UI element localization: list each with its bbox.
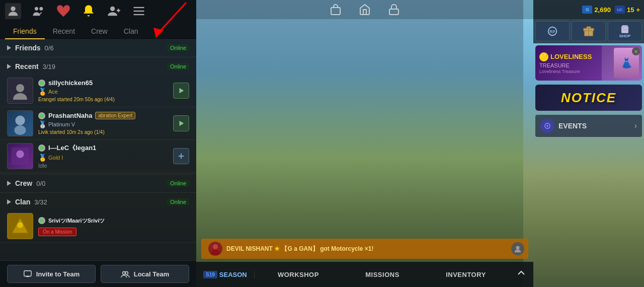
svg-point-6 xyxy=(39,7,43,11)
bell-icon[interactable] xyxy=(80,3,97,19)
svg-rect-28 xyxy=(24,271,31,276)
crew-section-header[interactable]: Crew 0/0 Online xyxy=(0,175,196,191)
banner-title: LOVELINESS xyxy=(550,53,592,60)
gift-button[interactable] xyxy=(572,21,606,41)
list-item: PrashantNaha abration Expert 🥈 Platinum … xyxy=(0,107,196,140)
tab-bar: Friends Recent Crew Clan xyxy=(0,22,196,40)
game-bottom-bar: S19 SEASON WORKSHOP MISSIONS INVENTORY xyxy=(196,262,533,287)
list-item: sillychicken65 🏅 Ace Erangel started 20m… xyxy=(0,75,196,107)
friends-section-header[interactable]: Friends 0/6 Online xyxy=(0,40,196,56)
menu-icon[interactable] xyxy=(131,3,147,19)
notice-label: NOTICE xyxy=(561,90,616,106)
person-add-icon[interactable] xyxy=(106,3,122,19)
home-icon[interactable] xyxy=(358,3,372,17)
add-button[interactable] xyxy=(173,148,189,164)
divider-1 xyxy=(0,57,196,57)
recent-expand-icon xyxy=(7,64,11,69)
loveliness-banner[interactable]: 💛 LOVELINESS TREASURE Loveliness Treasur… xyxy=(535,45,642,81)
profile-icon[interactable] xyxy=(5,3,21,19)
svg-marker-19 xyxy=(180,121,184,126)
events-row[interactable]: EVENTS › xyxy=(535,115,642,137)
avatar xyxy=(7,78,33,104)
svg-point-41 xyxy=(213,244,218,249)
svg-rect-0 xyxy=(331,8,340,15)
clan-section-header[interactable]: Clan 3/32 Online xyxy=(0,194,196,210)
clan-member-info: Sriviツ/MaariツSriviツ On a Mission xyxy=(38,217,189,236)
tab-clan[interactable]: Clan xyxy=(116,24,146,39)
friends-expand-icon xyxy=(7,45,11,50)
friend-name: sillychicken65 xyxy=(48,79,93,87)
missions-nav-item[interactable]: MISSIONS xyxy=(360,271,405,278)
player-status-icon xyxy=(38,217,45,224)
banner-close-icon[interactable]: ✕ xyxy=(632,47,640,55)
uc-value: 15 xyxy=(627,6,634,14)
svg-text:RP: RP xyxy=(549,30,555,34)
uc-currency: UC 15 + xyxy=(615,6,640,14)
status-text: Livik started 10m 2s ago (1/4) xyxy=(38,129,168,135)
local-team-button[interactable]: Local Team xyxy=(101,265,189,283)
player-status-icon xyxy=(38,80,45,87)
svg-point-14 xyxy=(40,81,44,85)
play-button[interactable] xyxy=(173,83,189,99)
svg-point-16 xyxy=(15,116,25,125)
heart-icon[interactable] xyxy=(55,3,71,19)
svg-point-4 xyxy=(11,7,15,11)
avatar xyxy=(7,110,33,136)
status-text: Erangel started 20m 50s ago (4/4) xyxy=(38,97,168,102)
svg-point-21 xyxy=(16,150,24,158)
rank-badge: 🏅 Ace xyxy=(38,88,168,96)
expert-badge: abration Expert xyxy=(95,112,135,119)
bag-icon[interactable] xyxy=(329,3,343,17)
friends-online-badge: Online xyxy=(167,44,189,51)
clan-online-badge: Online xyxy=(167,198,189,205)
invite-team-label: Invite to Team xyxy=(36,270,79,278)
bottom-nav-items: WORKSHOP MISSIONS INVENTORY xyxy=(255,271,509,278)
notif-icon1: ★ xyxy=(274,245,280,252)
play-button[interactable] xyxy=(173,115,189,131)
svg-point-18 xyxy=(40,114,44,118)
notif-avatar-small xyxy=(511,242,524,255)
recent-section-header[interactable]: Recent 3/19 Online xyxy=(0,58,196,75)
notice-banner[interactable]: NOTICE xyxy=(535,85,642,111)
svg-point-22 xyxy=(40,146,44,150)
season-badge[interactable]: S19 SEASON xyxy=(196,271,255,278)
uc-icon: UC xyxy=(615,6,625,14)
rank-text: Ace xyxy=(48,89,58,95)
currency-bar: G 2,690 UC 15 + xyxy=(533,0,644,19)
rp-button[interactable]: RP xyxy=(535,21,570,41)
invite-team-button[interactable]: Invite to Team xyxy=(7,265,96,283)
svg-marker-15 xyxy=(180,88,184,94)
workshop-nav-item[interactable]: WORKSHOP xyxy=(273,271,324,278)
friends-icon[interactable] xyxy=(30,3,46,19)
notif-player-icon xyxy=(208,242,222,256)
events-icon xyxy=(540,119,554,133)
expand-icon[interactable] xyxy=(509,268,533,280)
inventory-nav-item[interactable]: INVENTORY xyxy=(441,271,491,278)
list-item: Sriviツ/MaariツSriviツ On a Mission xyxy=(0,210,196,243)
svg-point-40 xyxy=(546,125,548,127)
tab-crew[interactable]: Crew xyxy=(83,24,116,39)
svg-point-32 xyxy=(125,272,128,274)
bottom-action-bar: Invite to Team Local Team xyxy=(0,260,196,287)
chevron-right-icon: › xyxy=(634,121,637,130)
bp-value: 2,690 xyxy=(594,6,611,14)
friend-name: PrashantNaha xyxy=(48,112,92,119)
shop-button[interactable]: SHOP xyxy=(608,21,642,41)
recent-count: 3/19 xyxy=(43,63,55,70)
quick-actions-bar: RP SHOP xyxy=(533,19,644,43)
top-nav-bar xyxy=(0,0,196,22)
svg-point-13 xyxy=(16,84,24,92)
right-panel: G 2,690 UC 15 + RP xyxy=(533,0,644,287)
crew-online-badge: Online xyxy=(167,180,189,187)
center-top-icons xyxy=(196,0,533,19)
lock-icon[interactable] xyxy=(387,3,401,17)
clan-member-name: Sriviツ/MaariツSriviツ xyxy=(48,217,105,225)
rank-badge: 🥇 Gold I xyxy=(38,154,168,162)
svg-point-17 xyxy=(14,125,26,135)
friend-info-3: I—LeC《legan1 🥇 Gold I Idle xyxy=(38,144,168,169)
season-label: S19 xyxy=(203,271,217,278)
tab-friends[interactable]: Friends xyxy=(5,24,45,39)
tab-recent[interactable]: Recent xyxy=(45,24,83,39)
rank-badge: 🥈 Platinum V xyxy=(38,120,168,128)
clan-count: 3/32 xyxy=(34,198,47,206)
